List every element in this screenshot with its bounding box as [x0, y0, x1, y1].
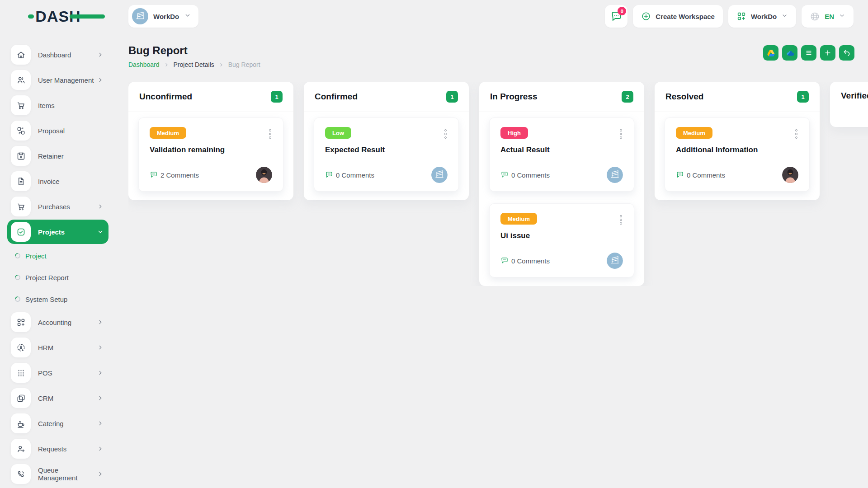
task-card[interactable]: High Actual Result 0 Comments	[489, 117, 634, 192]
language-code: EN	[825, 13, 834, 20]
sidebar-item-pos[interactable]: POS	[7, 361, 108, 385]
file-icon	[11, 171, 31, 191]
chevron-right-icon	[164, 62, 170, 68]
priority-badge: High	[500, 127, 528, 139]
onedrive-button[interactable]	[782, 45, 797, 61]
header-actions	[763, 44, 854, 61]
workspace-logo-avatar	[607, 253, 623, 269]
cart-icon	[11, 197, 31, 216]
create-workspace-button[interactable]: Create Workspace	[633, 5, 723, 28]
task-card[interactable]: Low Expected Result 0 Comments	[314, 117, 459, 192]
workspace-selector[interactable]: WorkDo	[128, 5, 198, 28]
sidebar-item-retainer[interactable]: Retainer	[7, 144, 108, 168]
chevron-right-icon	[97, 420, 104, 427]
google-drive-button[interactable]	[763, 45, 778, 61]
sidebar-item-items[interactable]: Items	[7, 93, 108, 117]
column-body: Medium Additional Information 0 Comments	[655, 112, 820, 200]
chevron-down-icon	[839, 12, 845, 20]
topbar-actions: 0 Create Workspace WorkDo EN	[605, 5, 868, 28]
sidebar-subitem-system-setup[interactable]: System Setup	[7, 288, 108, 310]
add-button[interactable]	[820, 45, 835, 61]
grid-plus-icon	[736, 11, 746, 21]
breadcrumb-current: Bug Report	[228, 61, 260, 68]
column-unconfirmed: Unconfirmed 1 Medium Validation remainin…	[128, 82, 293, 200]
user-plus-icon	[11, 439, 31, 459]
task-card[interactable]: Medium Additional Information 0 Comments	[665, 117, 810, 192]
breadcrumb-project-details-link[interactable]: Project Details	[174, 61, 214, 68]
task-card[interactable]: Medium Validation remaining 2 Comments	[138, 117, 283, 192]
card-menu-button[interactable]	[266, 127, 272, 139]
list-icon	[805, 49, 813, 57]
list-view-button[interactable]	[801, 45, 816, 61]
breadcrumb-dashboard-link[interactable]: Dashboard	[128, 61, 160, 68]
bullet-ring-icon	[14, 296, 22, 303]
column-count-badge: 1	[271, 91, 283, 103]
card-title: Ui issue	[500, 231, 623, 240]
comments-count: 2 Comments	[150, 171, 199, 179]
comment-icon	[500, 257, 509, 265]
card-menu-button[interactable]	[617, 213, 623, 225]
users-icon	[11, 70, 31, 90]
user-focus-icon	[11, 338, 31, 357]
comments-count: 0 Comments	[500, 257, 550, 265]
column-body: Medium Validation remaining 2 Comments	[128, 112, 293, 200]
sidebar-item-purchases[interactable]: Purchases	[7, 194, 108, 219]
chevron-down-icon	[184, 12, 191, 21]
back-button[interactable]	[839, 45, 854, 61]
comment-icon	[150, 171, 158, 179]
column-body: Low Expected Result 0 Comments	[304, 112, 469, 200]
sidebar-item-accounting[interactable]: Accounting	[7, 310, 108, 334]
chevron-right-icon	[97, 344, 104, 351]
assignee-avatar	[256, 167, 272, 183]
card-menu-button[interactable]	[793, 127, 798, 139]
sidebar-item-queue-management[interactable]: Queue Management	[7, 462, 108, 486]
assignee-avatar	[782, 167, 798, 183]
chevron-down-icon	[781, 12, 788, 20]
column-header: Verified	[830, 82, 868, 110]
sidebar-item-crm[interactable]: CRM	[7, 386, 108, 410]
column-title: In Progress	[490, 92, 538, 102]
card-title: Expected Result	[325, 145, 448, 155]
overlap-squares-icon	[11, 388, 31, 408]
chevron-right-icon	[97, 394, 104, 402]
sidebar-item-requests[interactable]: Requests	[7, 436, 108, 461]
column-title: Resolved	[665, 92, 703, 102]
column-verified: Verified	[830, 82, 868, 127]
sidebar-item-proposal[interactable]: Proposal	[7, 118, 108, 143]
sidebar: Dashboard User Management Items Proposal	[0, 33, 116, 487]
sidebar-subitem-project[interactable]: Project	[7, 245, 108, 267]
swap-boxes-icon	[11, 121, 31, 141]
messages-button[interactable]: 0	[605, 5, 627, 28]
sidebar-item-projects[interactable]: Projects	[7, 220, 108, 244]
sidebar-item-hrm[interactable]: HRM	[7, 335, 108, 360]
sidebar-subitem-project-report[interactable]: Project Report	[7, 267, 108, 288]
coffee-cup-icon	[11, 413, 31, 433]
workspace-menu-button[interactable]: WorkDo	[728, 5, 796, 28]
workspace-logo-avatar	[607, 167, 623, 183]
comments-count: 0 Comments	[676, 171, 725, 179]
sidebar-item-dashboard[interactable]: Dashboard	[7, 42, 108, 67]
card-menu-button[interactable]	[442, 127, 448, 139]
app-logo[interactable]: DASH	[35, 7, 80, 25]
sidebar-item-invoice[interactable]: Invoice	[7, 169, 108, 193]
priority-badge: Medium	[676, 127, 712, 139]
check-square-icon	[11, 222, 31, 242]
comments-count: 0 Comments	[325, 171, 374, 179]
chevron-right-icon	[97, 51, 104, 58]
bullet-ring-icon	[14, 252, 22, 260]
column-header: Resolved 1	[655, 82, 820, 112]
column-in-progress: In Progress 2 High Actual Result	[479, 82, 644, 286]
workspace-name: WorkDo	[153, 13, 179, 20]
task-card[interactable]: Medium Ui issue 0 Comments	[489, 203, 634, 277]
chevron-right-icon	[97, 76, 104, 84]
sidebar-item-catering[interactable]: Catering	[7, 411, 108, 436]
notification-badge: 0	[618, 7, 626, 15]
plus-circle-icon	[641, 11, 651, 21]
card-menu-button[interactable]	[617, 127, 623, 139]
main-content: Bug Report Dashboard Project Details Bug…	[116, 33, 868, 286]
onedrive-icon	[785, 48, 794, 57]
column-title: Unconfirmed	[139, 92, 192, 102]
language-selector[interactable]: EN	[802, 5, 854, 28]
comment-icon	[325, 171, 333, 179]
sidebar-item-user-management[interactable]: User Management	[7, 68, 108, 92]
